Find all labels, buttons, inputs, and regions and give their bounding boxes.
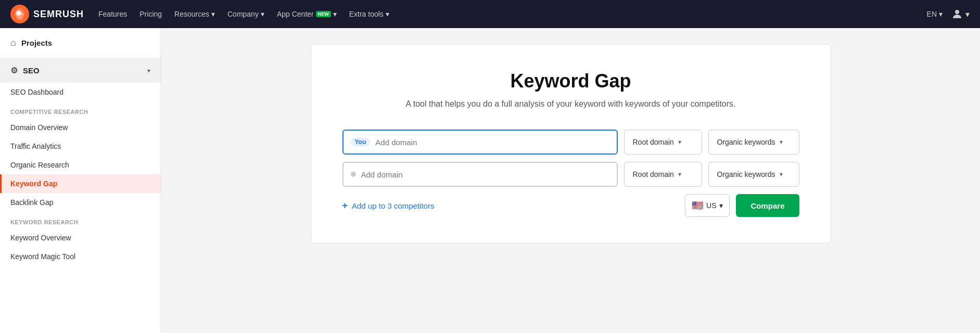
nav-pricing[interactable]: Pricing	[139, 10, 162, 18]
svg-point-2	[17, 11, 21, 16]
page-subtitle: A tool that helps you do a full analysis…	[342, 99, 799, 109]
logo-text: SEMRUSH	[33, 9, 84, 20]
seo-section-label: ⚙ SEO	[10, 66, 40, 75]
sidebar-item-backlink-gap[interactable]: Backlink Gap	[0, 193, 161, 212]
sidebar-item-seo-dashboard[interactable]: SEO Dashboard	[0, 83, 161, 101]
nav-features[interactable]: Features	[98, 10, 127, 18]
chevron-down-icon: ▾	[719, 201, 723, 210]
body-area: ⌂ Projects ⚙ SEO ▾ SEO Dashboard COMPETI…	[0, 28, 980, 333]
page-title: Keyword Gap	[342, 70, 799, 92]
keyword-type-dropdown-1[interactable]: Organic keywords ▾	[708, 130, 799, 155]
add-competitors-label: Add up to 3 competitors	[352, 201, 434, 210]
you-badge: You	[351, 137, 371, 147]
plus-icon: +	[342, 200, 348, 211]
user-menu[interactable]: ▾	[951, 8, 970, 20]
chevron-down-icon: ▾	[678, 171, 681, 178]
nav-resources[interactable]: Resources ▾	[174, 10, 215, 18]
nav-links: Features Pricing Resources ▾ Company ▾ A…	[98, 10, 912, 18]
domain-row-1: You Root domain ▾ Organic keywords ▾	[342, 130, 799, 155]
domain-input-1[interactable]	[375, 138, 609, 147]
chevron-down-icon: ▾	[780, 138, 783, 146]
sidebar: ⌂ Projects ⚙ SEO ▾ SEO Dashboard COMPETI…	[0, 28, 161, 333]
top-navigation: SEMRUSH Features Pricing Resources ▾ Com…	[0, 0, 980, 28]
keyword-type-dropdown-2[interactable]: Organic keywords ▾	[708, 162, 799, 187]
chevron-down-icon: ▾	[211, 10, 215, 18]
sidebar-projects[interactable]: ⌂ Projects	[0, 28, 161, 58]
language-selector[interactable]: EN ▾	[927, 10, 943, 18]
us-flag-icon: 🇺🇸	[692, 200, 703, 211]
sidebar-item-keyword-overview[interactable]: Keyword Overview	[0, 228, 161, 247]
domain-input-2[interactable]	[361, 170, 609, 179]
actions-row: + Add up to 3 competitors 🇺🇸 US ▾ Compar…	[342, 194, 799, 217]
nav-extra-tools[interactable]: Extra tools ▾	[349, 10, 389, 18]
domain-input-wrapper-1[interactable]: You	[342, 130, 618, 155]
right-actions: 🇺🇸 US ▾ Compare	[685, 194, 799, 217]
logo[interactable]: SEMRUSH	[10, 5, 84, 23]
settings-icon: ⚙	[10, 66, 18, 75]
domain-input-wrapper-2[interactable]	[342, 162, 618, 187]
compare-button[interactable]: Compare	[736, 194, 799, 217]
main-content: Keyword Gap A tool that helps you do a f…	[161, 28, 980, 333]
home-icon: ⌂	[10, 37, 16, 48]
chevron-down-icon: ▾	[386, 10, 389, 18]
chevron-down-icon: ▾	[147, 67, 150, 74]
sidebar-item-organic-research[interactable]: Organic Research	[0, 156, 161, 174]
chevron-down-icon: ▾	[261, 10, 264, 18]
sidebar-section-competitive-research: COMPETITIVE RESEARCH	[0, 101, 161, 118]
chevron-down-icon: ▾	[678, 138, 681, 146]
sidebar-item-keyword-magic-tool[interactable]: Keyword Magic Tool	[0, 247, 161, 266]
svg-point-3	[955, 10, 959, 14]
chevron-down-icon: ▾	[780, 171, 783, 178]
dot-indicator	[351, 172, 356, 177]
nav-company[interactable]: Company ▾	[227, 10, 264, 18]
nav-right-area: EN ▾ ▾	[927, 8, 970, 20]
sidebar-seo-header[interactable]: ⚙ SEO ▾	[0, 58, 161, 83]
sidebar-section-keyword-research: KEYWORD RESEARCH	[0, 212, 161, 228]
chevron-down-icon: ▾	[939, 10, 943, 18]
domain-type-dropdown-1[interactable]: Root domain ▾	[624, 130, 702, 155]
domain-type-dropdown-2[interactable]: Root domain ▾	[624, 162, 702, 187]
sidebar-item-traffic-analytics[interactable]: Traffic Analytics	[0, 137, 161, 156]
chevron-down-icon: ▾	[965, 9, 970, 19]
keyword-gap-card: Keyword Gap A tool that helps you do a f…	[311, 44, 831, 244]
sidebar-item-domain-overview[interactable]: Domain Overview	[0, 118, 161, 137]
nav-app-center[interactable]: App Center NEW ▾	[277, 10, 337, 18]
country-selector[interactable]: 🇺🇸 US ▾	[685, 194, 730, 217]
chevron-down-icon: ▾	[333, 10, 337, 18]
new-badge: NEW	[316, 11, 331, 17]
domain-row-2: Root domain ▾ Organic keywords ▾	[342, 162, 799, 187]
sidebar-item-keyword-gap[interactable]: Keyword Gap	[0, 174, 161, 193]
add-competitors-button[interactable]: + Add up to 3 competitors	[342, 200, 435, 211]
